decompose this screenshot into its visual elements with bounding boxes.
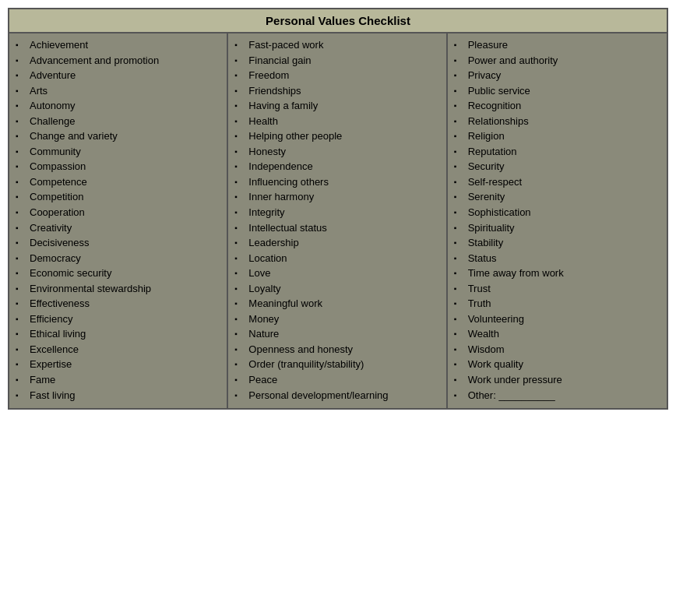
list-item: ▪Other: __________ — [454, 389, 660, 403]
list-item: ▪Expertise — [16, 357, 220, 371]
list-item: ▪Status — [454, 252, 660, 266]
bullet-icon: ▪ — [454, 238, 467, 248]
list-item: ▪Money — [234, 312, 439, 326]
item-text: Privacy — [468, 69, 660, 83]
list-item: ▪Pleasure — [454, 38, 660, 52]
bullet-icon: ▪ — [454, 161, 467, 172]
bullet-icon: ▪ — [234, 268, 247, 279]
item-text: Environmental stewardship — [30, 282, 220, 296]
item-text: Fame — [30, 373, 220, 387]
list-item: ▪Fame — [16, 373, 220, 387]
item-text: Ethical living — [30, 327, 220, 341]
item-text: Status — [468, 252, 660, 266]
item-text: Peace — [248, 373, 439, 387]
bullet-icon: ▪ — [16, 283, 28, 294]
list-item: ▪Ethical living — [16, 327, 220, 341]
item-text: Arts — [30, 84, 220, 98]
item-text: Recognition — [468, 99, 660, 113]
list-item: ▪Work quality — [454, 357, 660, 371]
item-text: Fast-paced work — [248, 38, 439, 52]
item-text: Stability — [468, 236, 660, 250]
bullet-icon: ▪ — [454, 192, 467, 202]
list-item: ▪Efficiency — [16, 312, 220, 326]
item-text: Security — [468, 160, 660, 174]
list-item: ▪Environmental stewardship — [16, 282, 220, 296]
list-item: ▪Time away from work — [454, 266, 660, 280]
item-text: Challenge — [30, 114, 220, 128]
item-text: Work quality — [468, 357, 660, 371]
item-text: Leadership — [248, 236, 439, 250]
item-text: Financial gain — [248, 54, 439, 68]
bullet-icon: ▪ — [16, 161, 28, 172]
list-item: ▪Religion — [454, 129, 660, 143]
bullet-icon: ▪ — [16, 314, 28, 325]
list-item: ▪Challenge — [16, 114, 220, 128]
bullet-icon: ▪ — [234, 314, 247, 325]
item-text: Compassion — [30, 160, 220, 174]
list-item: ▪Security — [454, 160, 660, 174]
item-text: Integrity — [248, 206, 439, 220]
bullet-icon: ▪ — [234, 238, 247, 248]
checklist-container: Personal Values Checklist ▪Achievement▪A… — [8, 8, 668, 410]
item-text: Health — [248, 114, 439, 128]
list-item: ▪Reputation — [454, 145, 660, 159]
bullet-icon: ▪ — [16, 100, 28, 111]
checklist-body: ▪Achievement▪Advancement and promotion▪A… — [9, 33, 667, 408]
column-3: ▪Pleasure▪Power and authority▪Privacy▪Pu… — [448, 33, 667, 408]
item-text: Cooperation — [30, 206, 220, 220]
item-text: Volunteering — [468, 312, 660, 326]
bullet-icon: ▪ — [454, 207, 467, 218]
list-item: ▪Meaningful work — [234, 297, 439, 311]
list-item: ▪Financial gain — [234, 54, 439, 68]
list-item: ▪Leadership — [234, 236, 439, 250]
item-text: Self-respect — [468, 175, 660, 189]
bullet-icon: ▪ — [16, 359, 28, 370]
list-item: ▪Decisiveness — [16, 236, 220, 250]
bullet-icon: ▪ — [16, 253, 28, 264]
list-item: ▪Compassion — [16, 160, 220, 174]
bullet-icon: ▪ — [16, 375, 28, 385]
item-text: Freedom — [248, 69, 439, 83]
item-text: Efficiency — [30, 312, 220, 326]
item-text: Trust — [468, 282, 660, 296]
list-item: ▪Openness and honesty — [234, 343, 439, 357]
item-text: Influencing others — [248, 175, 439, 189]
item-text: Creativity — [30, 221, 220, 235]
bullet-icon: ▪ — [234, 283, 247, 294]
bullet-icon: ▪ — [16, 268, 28, 279]
bullet-icon: ▪ — [454, 86, 467, 97]
list-item: ▪Friendships — [234, 84, 439, 98]
list-item: ▪Fast-paced work — [234, 38, 439, 52]
bullet-icon: ▪ — [454, 314, 467, 325]
bullet-icon: ▪ — [234, 86, 247, 97]
list-item: ▪Having a family — [234, 99, 439, 113]
list-item: ▪Nature — [234, 327, 439, 341]
bullet-icon: ▪ — [16, 55, 28, 66]
list-item: ▪Advancement and promotion — [16, 54, 220, 68]
list-item: ▪Helping other people — [234, 129, 439, 143]
bullet-icon: ▪ — [16, 207, 28, 218]
bullet-icon: ▪ — [234, 359, 247, 370]
bullet-icon: ▪ — [454, 329, 467, 340]
item-text: Money — [248, 312, 439, 326]
bullet-icon: ▪ — [234, 390, 247, 401]
bullet-icon: ▪ — [234, 329, 247, 340]
item-text: Community — [30, 145, 220, 159]
item-text: Serenity — [468, 190, 660, 204]
bullet-icon: ▪ — [16, 40, 28, 51]
list-item: ▪Order (tranquility/stability) — [234, 357, 439, 371]
list-item: ▪Inner harmony — [234, 190, 439, 204]
bullet-icon: ▪ — [234, 177, 247, 188]
item-text: Autonomy — [30, 99, 220, 113]
bullet-icon: ▪ — [234, 70, 247, 81]
item-text: Fast living — [30, 389, 220, 403]
item-text: Having a family — [248, 99, 439, 113]
list-item: ▪Democracy — [16, 252, 220, 266]
bullet-icon: ▪ — [454, 55, 467, 66]
item-text: Other: __________ — [468, 389, 660, 403]
list-item: ▪Trust — [454, 282, 660, 296]
bullet-icon: ▪ — [454, 283, 467, 294]
item-text: Sophistication — [468, 206, 660, 220]
item-text: Relationships — [468, 114, 660, 128]
list-item: ▪Loyalty — [234, 282, 439, 296]
